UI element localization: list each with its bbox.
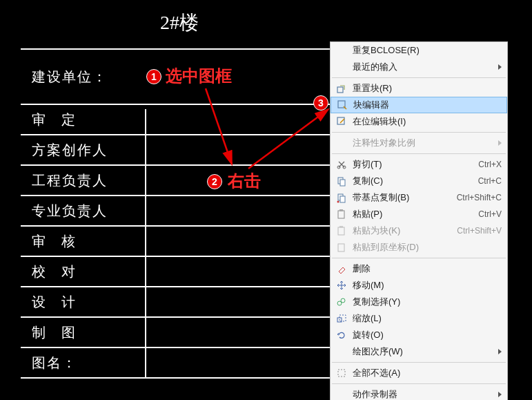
row-label: 审 核: [21, 232, 77, 251]
table-row: 方案创作人: [21, 135, 338, 166]
step-badge-1: 1: [146, 69, 161, 84]
scale-icon: [335, 312, 348, 325]
ctx-label: 在位编辑块(I): [353, 115, 502, 128]
badge-num: 1: [151, 71, 157, 82]
ctx-label: 动作录制器: [353, 388, 494, 400]
svg-rect-21: [338, 370, 345, 377]
ctx-item-copy-base[interactable]: 带基点复制(B) Ctrl+Shift+C: [331, 189, 507, 206]
row-label: 建设单位：: [21, 68, 108, 86]
badge-num: 3: [318, 97, 324, 108]
ctx-item-cut[interactable]: 剪切(T) Ctrl+X: [331, 156, 507, 173]
chevron-right-icon: [498, 140, 502, 146]
ctx-label: 复制(C): [353, 175, 473, 187]
shortcut: Ctrl+X: [478, 160, 502, 169]
cad-canvas[interactable]: 2#楼 建设单位： 审 定 方案创作人 工程负责人 专业负责人 审 核 校 对 …: [0, 0, 532, 400]
table-row: 审 定: [21, 105, 338, 135]
ctx-item-draw-order[interactable]: 绘图次序(W): [331, 343, 507, 360]
ctx-item-edit-inplace[interactable]: 在位编辑块(I): [331, 113, 507, 130]
move-icon: [335, 278, 348, 292]
row-label: 专业负责人: [21, 202, 108, 220]
table-row: 专业负责人: [21, 196, 338, 227]
chevron-right-icon: [498, 392, 502, 397]
ctx-item-action-recorder[interactable]: 动作录制器: [331, 386, 507, 400]
edit-inplace-icon: [335, 115, 348, 128]
chevron-right-icon: [498, 64, 502, 70]
table-row: 制 图: [21, 318, 338, 348]
row-label: 方案创作人: [21, 141, 108, 160]
ctx-label: 剪切(T): [353, 158, 473, 171]
blank-icon: [335, 136, 348, 150]
ctx-item-deselect-all[interactable]: 全部不选(A): [331, 365, 507, 381]
ctx-label: 删除: [353, 263, 502, 275]
separator: [332, 383, 506, 384]
step-text-1: 选中图框: [166, 65, 232, 87]
paste-block-icon: [335, 224, 348, 238]
ctx-label: 重复BCLOSE(R): [353, 44, 502, 57]
ctx-item-paste-coord: 粘贴到原坐标(D): [331, 239, 507, 256]
title-block[interactable]: 2#楼 建设单位： 审 定 方案创作人 工程负责人 专业负责人 审 核 校 对 …: [21, 0, 338, 379]
table-row: 工程负责人: [21, 166, 338, 196]
blank-icon: [335, 60, 348, 74]
ctx-item-repeat[interactable]: 重复BCLOSE(R): [331, 42, 507, 59]
drawing-title: 2#楼: [21, 0, 338, 50]
separator: [332, 362, 506, 363]
copy-base-icon: [335, 191, 348, 204]
copy-icon: [335, 174, 348, 188]
separator: [332, 77, 506, 78]
ctx-label: 注释性对象比例: [353, 137, 494, 149]
rotate-icon: [335, 328, 348, 342]
ctx-item-paste[interactable]: 粘贴(P) Ctrl+V: [331, 206, 507, 222]
table-vline: [145, 109, 146, 379]
separator: [332, 258, 506, 258]
ctx-label: 绘图次序(W): [353, 345, 494, 358]
ctx-item-copy-sel[interactable]: 复制选择(Y): [331, 294, 507, 310]
ctx-label: 粘贴为块(K): [353, 225, 451, 237]
svg-rect-12: [338, 211, 344, 218]
reset-block-icon: [335, 82, 348, 95]
row-label: 设 计: [21, 293, 77, 312]
ctx-label: 粘贴到原坐标(D): [353, 241, 502, 254]
paste-coord-icon: [335, 240, 348, 254]
svg-point-11: [337, 201, 339, 203]
ctx-item-erase[interactable]: 删除: [331, 260, 507, 277]
step-text-2: 右击: [228, 170, 261, 192]
row-label: 制 图: [21, 323, 77, 342]
blank-icon: [335, 388, 348, 400]
svg-point-18: [341, 298, 345, 303]
step-badge-3: 3: [313, 95, 328, 111]
svg-rect-15: [339, 226, 343, 228]
ctx-item-rotate[interactable]: 旋转(O): [331, 327, 507, 343]
shortcut: Ctrl+Shift+V: [457, 226, 502, 236]
ctx-item-reset-block[interactable]: 重置块(R): [331, 80, 507, 97]
separator: [332, 153, 506, 154]
deselect-icon: [335, 366, 348, 380]
svg-rect-13: [339, 209, 343, 211]
svg-rect-4: [337, 117, 344, 124]
table-row: 审 核: [21, 227, 338, 257]
row-label: 审 定: [21, 111, 77, 129]
svg-rect-10: [340, 196, 345, 202]
ctx-label: 重置块(R): [353, 82, 502, 95]
blank-icon: [335, 345, 348, 359]
context-menu: 重复BCLOSE(R) 最近的输入 重置块(R) 块编辑器 在位编辑块(I) 注…: [330, 41, 508, 400]
badge-num: 2: [212, 176, 217, 187]
paste-icon: [335, 207, 348, 221]
table-row: 图名：: [21, 348, 338, 379]
ctx-label: 带基点复制(B): [353, 191, 451, 204]
shortcut: Ctrl+C: [478, 176, 502, 186]
ctx-item-recent-input[interactable]: 最近的输入: [331, 59, 507, 75]
ctx-item-scale[interactable]: 缩放(L): [331, 310, 507, 327]
ctx-item-block-editor[interactable]: 块编辑器: [331, 97, 507, 113]
ctx-label: 块编辑器: [353, 99, 501, 111]
ctx-label: 缩放(L): [353, 312, 502, 325]
ctx-item-move[interactable]: 移动(M): [331, 277, 507, 294]
cut-icon: [335, 158, 348, 171]
ctx-item-paste-block: 粘贴为块(K) Ctrl+Shift+V: [331, 222, 507, 239]
step-badge-2: 2: [207, 174, 222, 189]
ctx-item-copy[interactable]: 复制(C) Ctrl+C: [331, 173, 507, 189]
shortcut: Ctrl+V: [478, 209, 502, 219]
ctx-label: 粘贴(P): [353, 208, 473, 220]
ctx-label: 最近的输入: [353, 61, 494, 73]
row-label: 校 对: [21, 263, 77, 281]
ctx-label: 复制选择(Y): [353, 296, 502, 308]
